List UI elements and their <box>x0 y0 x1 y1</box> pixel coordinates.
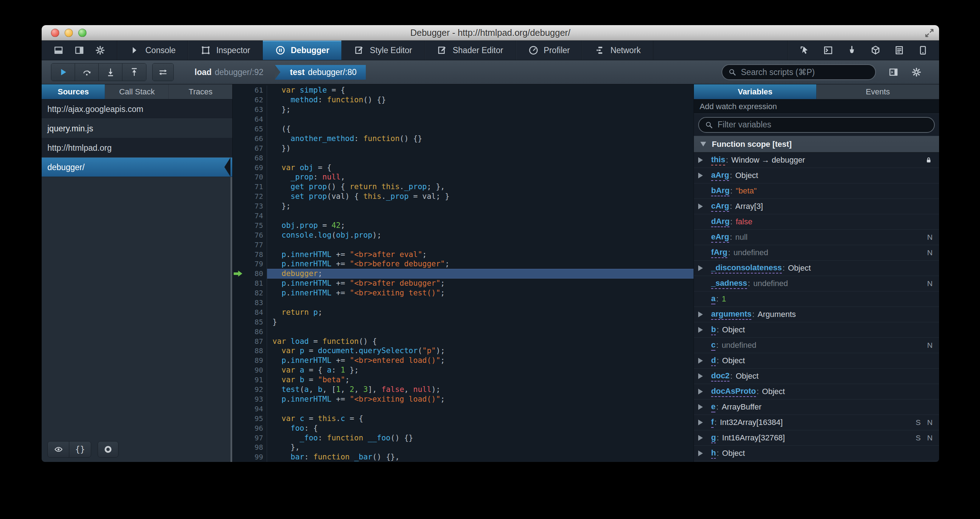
code-line[interactable]: 62 method: function() {} <box>232 95 694 105</box>
expand-cell[interactable] <box>698 420 711 425</box>
expand-cell[interactable] <box>698 435 711 441</box>
variable-value[interactable]: Arguments <box>758 310 796 319</box>
line-number[interactable]: 79 <box>243 260 267 268</box>
variable-row[interactable]: hObject <box>694 446 939 461</box>
code-line[interactable]: 83 <box>232 298 694 307</box>
split-console-icon[interactable] <box>823 45 834 56</box>
code-line[interactable]: 78 p.innerHTML += "<br>after eval"; <box>232 250 694 259</box>
breakpoint-margin[interactable] <box>232 153 243 162</box>
code-line[interactable]: 74 <box>232 211 694 221</box>
breakpoint-margin[interactable] <box>232 307 243 317</box>
source-item[interactable]: http://htmlpad.org <box>41 138 232 158</box>
breakpoint-margin[interactable] <box>232 423 243 433</box>
expand-cell[interactable] <box>698 204 711 209</box>
variable-name[interactable]: b <box>711 325 716 335</box>
variable-value[interactable]: undefined <box>733 248 768 257</box>
breakpoint-margin[interactable] <box>232 279 243 288</box>
expand-cell[interactable] <box>698 157 711 163</box>
variable-name[interactable]: f <box>711 417 714 428</box>
line-number[interactable]: 66 <box>243 134 267 143</box>
expand-cell[interactable] <box>698 373 711 379</box>
variable-value[interactable]: undefined <box>753 279 788 288</box>
line-number[interactable]: 80 <box>243 269 267 278</box>
variable-row[interactable]: dArgfalse <box>694 214 939 230</box>
line-number[interactable]: 71 <box>243 182 267 191</box>
dock-bottom-icon[interactable] <box>53 45 64 56</box>
sources-tab-sources[interactable]: Sources <box>41 84 105 99</box>
tab-console[interactable]: Console <box>118 41 188 60</box>
variable-value[interactable]: Object <box>788 263 811 273</box>
breakpoint-margin[interactable] <box>232 95 243 105</box>
breakpoint-margin[interactable] <box>232 365 243 375</box>
expand-cell[interactable] <box>698 265 711 271</box>
line-number[interactable]: 77 <box>243 240 267 249</box>
variable-value[interactable]: ArrayBuffer <box>722 402 761 412</box>
expand-cell[interactable] <box>698 312 711 317</box>
variable-name[interactable]: fArg <box>711 248 727 258</box>
paintbrush-icon[interactable] <box>846 45 857 56</box>
code-line[interactable]: 96 foo: { <box>232 423 694 433</box>
source-item[interactable]: jquery.min.js <box>41 119 232 138</box>
variable-value[interactable]: Object <box>762 387 785 396</box>
variable-value[interactable]: Object <box>735 171 758 180</box>
breakpoint-margin[interactable] <box>232 162 243 172</box>
line-number[interactable]: 70 <box>243 173 267 181</box>
filter-variables-input[interactable] <box>718 120 928 130</box>
variable-row[interactable]: docAsProtoObject <box>694 384 939 400</box>
expand-cell[interactable] <box>698 404 711 410</box>
breakpoint-margin[interactable] <box>232 182 243 192</box>
variable-value[interactable]: Object <box>722 356 745 365</box>
expand-cell[interactable] <box>698 389 711 395</box>
code-line[interactable]: 93 p.innerHTML += "<br>exiting load()"; <box>232 395 694 404</box>
line-number[interactable]: 69 <box>243 163 267 172</box>
line-number[interactable]: 83 <box>243 298 267 307</box>
line-number[interactable]: 67 <box>243 144 267 153</box>
pick-element-icon[interactable] <box>799 45 810 56</box>
variable-row[interactable]: doc2Object <box>694 369 939 384</box>
code-line[interactable]: 81 p.innerHTML += "<br>after debugger"; <box>232 279 694 288</box>
line-number[interactable]: 72 <box>243 192 267 201</box>
line-number[interactable]: 61 <box>243 86 267 94</box>
source-item[interactable]: debugger/ <box>41 158 232 177</box>
breakpoint-margin[interactable] <box>232 124 243 134</box>
variable-row[interactable]: thisWindow → debugger <box>694 153 939 168</box>
line-number[interactable]: 85 <box>243 318 267 326</box>
code-line[interactable]: 63 }; <box>232 105 694 115</box>
code-line[interactable]: 91 var b = "beta"; <box>232 375 694 385</box>
add-watch-expression[interactable]: Add watch expression <box>694 99 939 114</box>
variable-name[interactable]: _sadness <box>711 279 747 289</box>
breakpoint-margin[interactable] <box>232 201 243 211</box>
breakpoint-margin[interactable] <box>232 317 243 326</box>
breakpoint-margin[interactable] <box>232 105 243 115</box>
variable-name[interactable]: a <box>711 294 716 304</box>
variable-name[interactable]: aArg <box>711 170 729 181</box>
tab-style-editor[interactable]: Style Editor <box>342 41 425 60</box>
line-number[interactable]: 90 <box>243 366 267 374</box>
variable-name[interactable]: cArg <box>711 201 729 212</box>
debugger-settings-gear-icon[interactable] <box>911 67 922 78</box>
code-line[interactable]: 86 <box>232 326 694 336</box>
code-line[interactable]: 95 var c = this.c = { <box>232 414 694 423</box>
code-line[interactable]: 77 <box>232 240 694 250</box>
sources-tab-call-stack[interactable]: Call Stack <box>105 84 169 99</box>
line-number[interactable]: 99 <box>243 452 267 461</box>
variable-row[interactable]: gInt16Array[32768]SN <box>694 430 939 446</box>
variable-name[interactable]: d <box>711 356 716 366</box>
variable-name[interactable]: this <box>711 155 725 166</box>
gear-icon[interactable] <box>95 45 105 56</box>
variable-value[interactable]: 1 <box>722 294 726 304</box>
code-line[interactable]: 67 }) <box>232 143 694 153</box>
breakpoint-margin[interactable] <box>232 452 243 462</box>
breakpoint-margin[interactable] <box>232 433 243 443</box>
variable-name[interactable]: g <box>711 433 716 443</box>
variable-row[interactable]: fInt32Array[16384]SN <box>694 415 939 430</box>
code-line[interactable]: 76 console.log(obj.prop); <box>232 230 694 240</box>
variables-tab-variables[interactable]: Variables <box>694 84 817 99</box>
line-number[interactable]: 93 <box>243 395 267 403</box>
code-line[interactable]: 90 var a = { a: 1 }; <box>232 365 694 375</box>
responsive-mode-icon[interactable] <box>918 45 928 56</box>
variable-row[interactable]: fArgundefinedN <box>694 245 939 261</box>
code-line[interactable]: 89 p.innerHTML += "<br>entered load()"; <box>232 356 694 365</box>
sources-tab-traces[interactable]: Traces <box>169 84 232 99</box>
line-number[interactable]: 76 <box>243 231 267 239</box>
